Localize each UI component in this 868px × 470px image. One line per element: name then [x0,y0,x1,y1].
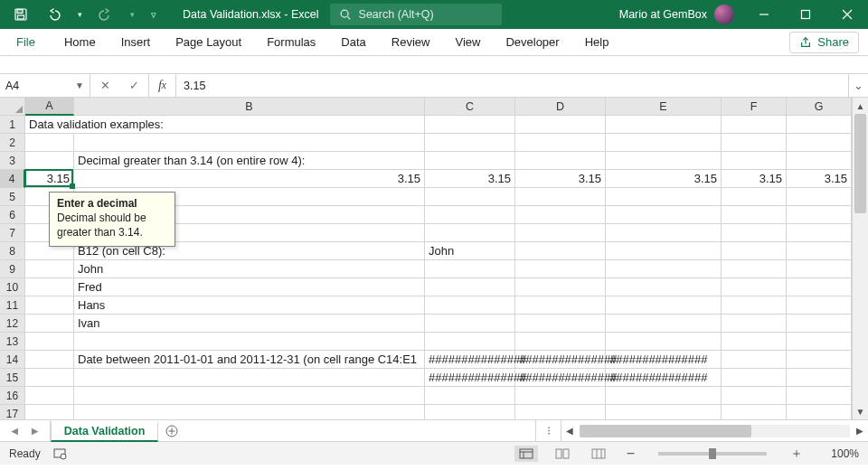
cell-G6[interactable] [787,206,852,224]
cell-D14[interactable]: ############### [515,351,606,369]
cell-F7[interactable] [722,224,787,242]
cell-C8[interactable]: John [425,242,515,260]
fx-icon[interactable]: fx [149,74,176,97]
row-header-1[interactable]: 1 [0,116,25,134]
cell-F1[interactable] [722,116,787,134]
scroll-up-icon[interactable]: ▲ [853,98,868,114]
cell-B4[interactable]: 3.15 [74,170,425,188]
row-header-2[interactable]: 2 [0,134,25,152]
cell-E2[interactable] [606,134,722,152]
cell-G17[interactable] [787,405,852,419]
cell-E17[interactable] [606,405,722,419]
cell-E11[interactable] [606,296,722,315]
column-header-B[interactable]: B [74,98,425,115]
sheet-nav-prev-icon[interactable]: ◄ [9,425,20,437]
scroll-down-icon[interactable]: ▼ [853,403,868,419]
maximize-button[interactable] [785,0,826,29]
cell-C17[interactable] [425,405,515,419]
cell-A17[interactable] [25,405,74,419]
cell-C7[interactable] [425,224,515,242]
scroll-right-icon[interactable]: ▶ [852,426,868,436]
cell-G16[interactable] [787,387,852,405]
cell-F13[interactable] [722,333,787,351]
cell-B13[interactable] [74,333,425,351]
row-header-7[interactable]: 7 [0,224,25,242]
expand-formula-bar-icon[interactable]: ⌄ [848,74,868,97]
row-header-16[interactable]: 16 [0,387,25,405]
sheet-tab-active[interactable]: Data Validation [51,422,159,442]
zoom-slider[interactable] [658,452,767,456]
cell-C15[interactable]: ############### [425,369,515,387]
cell-E9[interactable] [606,260,722,278]
zoom-in-button[interactable]: ＋ [787,446,807,462]
row-header-5[interactable]: 5 [0,188,25,206]
column-header-A[interactable]: A [25,98,74,116]
tab-help[interactable]: Help [572,29,622,56]
cell-G15[interactable] [787,369,852,387]
formula-input[interactable]: 3.15 [176,74,848,97]
grid-rows[interactable]: 1Data validation examples:23Decimal grea… [0,116,868,419]
cell-D15[interactable]: ############### [515,369,606,387]
cell-D16[interactable] [515,387,606,405]
row-header-13[interactable]: 13 [0,333,25,351]
cell-F4[interactable]: 3.15 [722,170,787,188]
cell-F6[interactable] [722,206,787,224]
cell-B16[interactable] [74,387,425,405]
cell-B17[interactable] [74,405,425,419]
row-header-11[interactable]: 11 [0,296,25,315]
row-header-3[interactable]: 3 [0,152,25,170]
cell-A2[interactable] [25,134,74,152]
cell-F9[interactable] [722,260,787,278]
cell-F10[interactable] [722,278,787,296]
tab-view[interactable]: View [442,29,493,56]
cell-D1[interactable] [515,116,606,134]
close-button[interactable] [826,0,868,29]
cell-D5[interactable] [515,188,606,206]
cell-E1[interactable] [606,116,722,134]
cell-G10[interactable] [787,278,852,296]
cell-F8[interactable] [722,242,787,260]
cell-C11[interactable] [425,296,515,315]
cell-A4[interactable]: 3.15 [25,170,74,188]
macro-record-icon[interactable] [53,447,68,460]
column-header-G[interactable]: G [787,98,852,115]
cell-C14[interactable]: ############### [425,351,515,369]
cell-B12[interactable]: Ivan [74,315,425,333]
cell-D2[interactable] [515,134,606,152]
minimize-button[interactable] [743,0,785,29]
column-header-E[interactable]: E [606,98,722,115]
cell-E13[interactable] [606,333,722,351]
cell-D11[interactable] [515,296,606,315]
cell-G12[interactable] [787,315,852,333]
cell-E4[interactable]: 3.15 [606,170,722,188]
cell-C5[interactable] [425,188,515,206]
row-header-15[interactable]: 15 [0,369,25,387]
cell-G11[interactable] [787,296,852,315]
add-sheet-button[interactable] [158,420,185,441]
cell-D7[interactable] [515,224,606,242]
cell-A11[interactable] [25,296,74,315]
tab-file[interactable]: File [0,29,52,56]
zoom-handle[interactable] [709,448,716,459]
cell-G13[interactable] [787,333,852,351]
cell-D6[interactable] [515,206,606,224]
view-normal-icon[interactable] [514,446,538,462]
cell-D3[interactable] [515,152,606,170]
view-page-break-icon[interactable] [587,446,610,462]
cell-A1[interactable]: Data validation examples: [25,116,74,134]
search-input[interactable]: Search (Alt+Q) [330,4,502,25]
cell-C9[interactable] [425,260,515,278]
cell-D12[interactable] [515,315,606,333]
row-header-6[interactable]: 6 [0,206,25,224]
cell-E6[interactable] [606,206,722,224]
cell-A13[interactable] [25,333,74,351]
cell-G4[interactable]: 3.15 [787,170,852,188]
cell-F2[interactable] [722,134,787,152]
cell-D10[interactable] [515,278,606,296]
cell-B3[interactable]: Decimal greater than 3.14 (on entire row… [74,152,425,170]
scroll-thumb[interactable] [854,114,866,213]
undo-dropdown-icon[interactable]: ▾ [71,0,89,29]
sheet-nav-next-icon[interactable]: ► [29,425,40,437]
column-header-D[interactable]: D [515,98,606,115]
cancel-formula-icon[interactable]: ✕ [90,79,119,92]
